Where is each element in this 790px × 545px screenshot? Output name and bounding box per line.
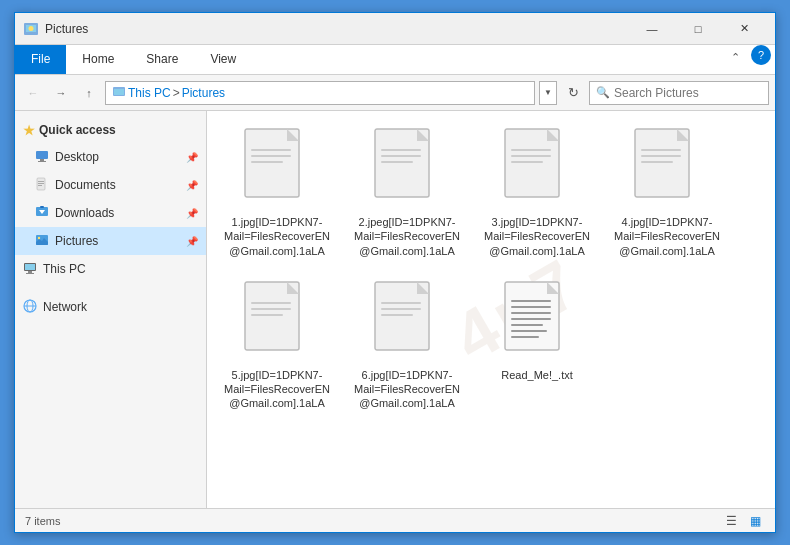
file-name: 1.jpg[ID=1DPKN7-Mail=FilesRecoverEN@Gmai… <box>223 215 331 258</box>
path-pictures[interactable]: Pictures <box>182 86 225 100</box>
file-name: 3.jpg[ID=1DPKN7-Mail=FilesRecoverEN@Gmai… <box>483 215 591 258</box>
main-content: ★ Quick access Desktop 📌 Documents 📌 <box>15 111 775 508</box>
sidebar-item-label: Documents <box>55 178 116 192</box>
sidebar-item-label: Pictures <box>55 234 98 248</box>
svg-rect-38 <box>511 161 543 163</box>
file-item[interactable]: 1.jpg[ID=1DPKN7-Mail=FilesRecoverEN@Gmai… <box>217 121 337 264</box>
svg-rect-28 <box>251 161 283 163</box>
downloads-icon <box>35 205 49 222</box>
svg-rect-48 <box>251 314 283 316</box>
sidebar-item-label: Desktop <box>55 150 99 164</box>
sidebar-item-downloads[interactable]: Downloads 📌 <box>15 199 206 227</box>
large-icon-view-button[interactable]: ▦ <box>745 511 765 531</box>
tab-share[interactable]: Share <box>130 45 194 74</box>
file-name: 5.jpg[ID=1DPKN7-Mail=FilesRecoverEN@Gmai… <box>223 368 331 411</box>
svg-rect-61 <box>511 330 547 332</box>
title-bar: Pictures — □ ✕ <box>15 13 775 45</box>
svg-rect-4 <box>114 89 124 95</box>
view-controls: ☰ ▦ <box>721 511 765 531</box>
file-item[interactable]: 6.jpg[ID=1DPKN7-Mail=FilesRecoverEN@Gmai… <box>347 274 467 417</box>
file-name: Read_Me!_.txt <box>501 368 573 382</box>
svg-rect-42 <box>641 155 681 157</box>
svg-rect-43 <box>641 161 673 163</box>
svg-rect-56 <box>511 300 551 302</box>
file-grid: 1.jpg[ID=1DPKN7-Mail=FilesRecoverEN@Gmai… <box>217 121 765 498</box>
refresh-button[interactable]: ↻ <box>561 81 585 105</box>
file-item[interactable]: 2.jpeg[ID=1DPKN7-Mail=FilesRecoverEN@Gma… <box>347 121 467 264</box>
file-item[interactable]: Read_Me!_.txt <box>477 274 597 417</box>
file-icon-document <box>501 127 573 209</box>
star-icon: ★ <box>23 123 35 138</box>
svg-rect-57 <box>511 306 551 308</box>
window-icon <box>23 21 39 37</box>
svg-rect-27 <box>251 155 291 157</box>
svg-rect-26 <box>251 149 291 151</box>
svg-rect-11 <box>38 185 42 186</box>
tab-file[interactable]: File <box>15 45 66 74</box>
desktop-icon <box>35 149 49 166</box>
sidebar-item-thispc[interactable]: This PC <box>15 255 206 283</box>
address-bar: ← → ↑ This PC > Pictures ▼ ↻ 🔍 <box>15 75 775 111</box>
sidebar-item-network[interactable]: Network <box>15 293 206 321</box>
svg-rect-41 <box>641 149 681 151</box>
sidebar-item-pictures[interactable]: Pictures 📌 <box>15 227 206 255</box>
tab-view[interactable]: View <box>194 45 252 74</box>
documents-icon <box>35 177 49 194</box>
help-button[interactable]: ? <box>751 45 771 65</box>
pin-icon: 📌 <box>186 152 198 163</box>
svg-rect-37 <box>511 155 551 157</box>
file-icon-document <box>241 280 313 362</box>
list-view-button[interactable]: ☰ <box>721 511 741 531</box>
svg-rect-33 <box>381 161 413 163</box>
svg-rect-20 <box>26 273 34 274</box>
pin-icon: 📌 <box>186 180 198 191</box>
svg-rect-53 <box>381 314 413 316</box>
file-item[interactable]: 3.jpg[ID=1DPKN7-Mail=FilesRecoverEN@Gmai… <box>477 121 597 264</box>
svg-rect-10 <box>38 183 44 184</box>
path-dropdown-button[interactable]: ▼ <box>539 81 557 105</box>
file-item[interactable]: 4.jpg[ID=1DPKN7-Mail=FilesRecoverEN@Gmai… <box>607 121 727 264</box>
minimize-button[interactable]: — <box>629 13 675 45</box>
pictures-icon <box>35 233 49 250</box>
svg-rect-9 <box>38 181 44 182</box>
forward-button[interactable]: → <box>49 81 73 105</box>
close-button[interactable]: ✕ <box>721 13 767 45</box>
search-input[interactable] <box>614 86 764 100</box>
file-icon-document <box>371 280 443 362</box>
up-button[interactable]: ↑ <box>77 81 101 105</box>
file-explorer-window: Pictures — □ ✕ File Home Share View ⌃ ? … <box>14 12 776 533</box>
svg-point-2 <box>29 26 34 31</box>
svg-rect-18 <box>25 264 35 270</box>
status-bar: 7 items ☰ ▦ <box>15 508 775 532</box>
address-path[interactable]: This PC > Pictures <box>105 81 535 105</box>
ribbon-collapse-button[interactable]: ⌃ <box>723 45 747 69</box>
svg-rect-36 <box>511 149 551 151</box>
path-sep1: > <box>173 86 180 100</box>
svg-rect-59 <box>511 318 551 320</box>
sidebar: ★ Quick access Desktop 📌 Documents 📌 <box>15 111 207 508</box>
svg-rect-14 <box>40 206 44 208</box>
search-icon: 🔍 <box>596 86 610 99</box>
svg-rect-6 <box>40 159 44 161</box>
sidebar-item-label: This PC <box>43 262 86 276</box>
window-controls: — □ ✕ <box>629 13 767 45</box>
tab-home[interactable]: Home <box>66 45 130 74</box>
svg-point-16 <box>38 236 40 238</box>
path-thispc[interactable]: This PC <box>128 86 171 100</box>
file-area: 4n7 1.jpg[ID=1DPKN7-Mail=FilesRecoverEN@… <box>207 111 775 508</box>
thispc-icon <box>23 261 37 278</box>
file-item[interactable]: 5.jpg[ID=1DPKN7-Mail=FilesRecoverEN@Gmai… <box>217 274 337 417</box>
sidebar-item-documents[interactable]: Documents 📌 <box>15 171 206 199</box>
back-button[interactable]: ← <box>21 81 45 105</box>
svg-rect-19 <box>28 271 32 273</box>
maximize-button[interactable]: □ <box>675 13 721 45</box>
svg-rect-7 <box>38 161 46 162</box>
path-icon <box>112 84 126 101</box>
window-title: Pictures <box>45 22 629 36</box>
file-name: 4.jpg[ID=1DPKN7-Mail=FilesRecoverEN@Gmai… <box>613 215 721 258</box>
file-icon-document <box>371 127 443 209</box>
sidebar-item-desktop[interactable]: Desktop 📌 <box>15 143 206 171</box>
svg-rect-46 <box>251 302 291 304</box>
breadcrumb: This PC > Pictures <box>112 84 225 101</box>
svg-rect-52 <box>381 308 421 310</box>
